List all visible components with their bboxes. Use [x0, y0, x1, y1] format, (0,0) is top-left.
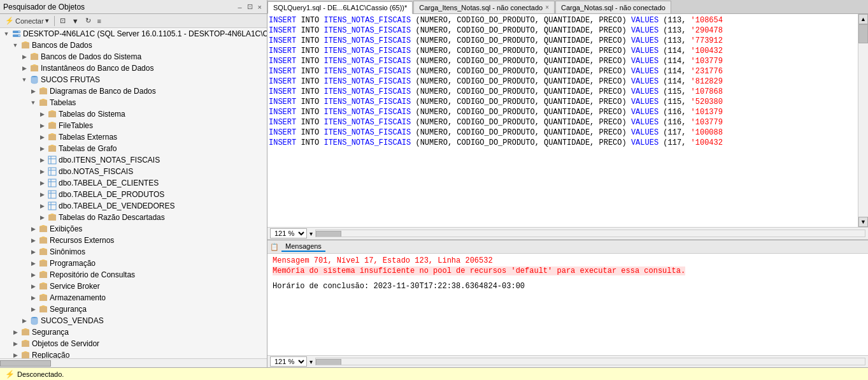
scroll-down-button[interactable]: ▼	[858, 217, 868, 227]
tree-expander-programacao[interactable]: ▶	[28, 260, 38, 267]
tree-item-seguranca2[interactable]: ▶Segurança	[0, 326, 267, 338]
scroll-thumb[interactable]	[858, 24, 868, 43]
tree-item-root[interactable]: ▼DESKTOP-4N6LA1C (SQL Server 16.0.1105.1…	[0, 28, 267, 40]
tree-expander-sucos-vendas[interactable]: ▶	[19, 318, 29, 324]
tree-expander-notas-fiscais[interactable]: ▶	[37, 168, 47, 175]
tab-close-carga-itens[interactable]: ×	[545, 4, 549, 11]
tree-item-sucos-frutas[interactable]: ▼SUCOS FRUTAS	[0, 74, 267, 85]
horizontal-scroll-thumb-code[interactable]	[316, 231, 341, 237]
pin-icon[interactable]: –	[236, 3, 243, 11]
code-line-12: INSERT INTO ITENS_NOTAS_FISCAIS (NUMERO,…	[269, 138, 857, 148]
server-icon	[11, 29, 22, 39]
tree-expander-tabelas-razao[interactable]: ▶	[37, 214, 47, 221]
tree-item-diagramas[interactable]: ▶Diagramas de Banco de Dados	[0, 85, 267, 97]
connect-button[interactable]: ⚡ Conectar ▾	[3, 15, 52, 26]
tree-expander-filetables[interactable]: ▶	[37, 122, 47, 129]
tree-expander-tab-vendedores[interactable]: ▶	[37, 203, 47, 209]
tree-item-tab-produtos[interactable]: ▶dbo.TABELA_DE_PRODUTOS	[0, 189, 267, 200]
tree-expander-tabelas-grafo[interactable]: ▶	[37, 145, 47, 152]
tree-expander-root[interactable]: ▼	[1, 31, 11, 37]
tree-expander-recursos-externos[interactable]: ▶	[28, 237, 38, 244]
keyword-insert: INSERT	[269, 138, 296, 148]
tree-item-exibicoes[interactable]: ▶Exibições	[0, 223, 267, 235]
tree-item-tabelas-razao[interactable]: ▶Tabelas do Razão Descartadas	[0, 212, 267, 223]
refresh-button[interactable]: ↻	[83, 15, 94, 26]
left-horizontal-scrollbar[interactable]	[0, 358, 267, 367]
tree-item-instantaneos[interactable]: ▶Instantâneos do Banco de Dados	[0, 62, 267, 74]
tree-expander-bancos-sistema[interactable]: ▶	[19, 54, 29, 60]
tree-expander-tabelas-externas[interactable]: ▶	[37, 134, 47, 140]
tree-item-repositorio[interactable]: ▶Repositório de Consultas	[0, 269, 267, 281]
close-panel-icon[interactable]: ×	[256, 3, 264, 11]
table-icon	[47, 155, 57, 165]
keyword-into: INTO	[296, 107, 324, 117]
code-area[interactable]: INSERT INTO ITENS_NOTAS_FISCAIS (NUMERO,…	[267, 14, 858, 227]
disconnect-button[interactable]: ⊡	[57, 15, 68, 26]
tree-item-tab-vendedores[interactable]: ▶dbo.TABELA_DE_VENDEDORES	[0, 200, 267, 212]
tree-expander-repositorio[interactable]: ▶	[28, 272, 38, 278]
tab-carga-notas[interactable]: Carga_Notas.sql - não conectado	[555, 1, 671, 13]
tree-expander-service-broker[interactable]: ▶	[28, 283, 38, 289]
tree-expander-sinonimos[interactable]: ▶	[28, 249, 38, 255]
tree-expander-bancos[interactable]: ▼	[10, 42, 20, 48]
tree-item-seguranca[interactable]: ▶Segurança	[0, 303, 267, 315]
left-scroll-thumb[interactable]	[0, 360, 51, 367]
tree-expander-objetos-servidor[interactable]: ▶	[10, 340, 20, 347]
code-values-open: (113,	[658, 26, 690, 36]
tree-item-itens-notas[interactable]: ▶dbo.ITENS_NOTAS_FISCAIS	[0, 154, 267, 166]
options-button[interactable]: ≡	[95, 16, 104, 26]
tree-item-tabelas-sistema[interactable]: ▶Tabelas do Sistema	[0, 108, 267, 120]
float-icon[interactable]: ⊡	[245, 2, 255, 11]
horizontal-scroll-thumb-messages[interactable]	[316, 359, 341, 365]
tree-item-service-broker[interactable]: ▶Service Broker	[0, 281, 267, 292]
tree-expander-tabelas[interactable]: ▼	[28, 99, 38, 106]
tree-item-tab-clientes[interactable]: ▶dbo.TABELA_DE_CLIENTES	[0, 177, 267, 189]
tree-item-recursos-externos[interactable]: ▶Recursos Externos	[0, 235, 267, 246]
tree-container[interactable]: ▼DESKTOP-4N6LA1C (SQL Server 16.0.1105.1…	[0, 28, 267, 358]
tree-item-tabelas[interactable]: ▼Tabelas	[0, 97, 267, 108]
tree-expander-seguranca[interactable]: ▶	[28, 306, 38, 312]
connect-dropdown-icon[interactable]: ▾	[45, 17, 49, 25]
zoom-select[interactable]: 50 %75 %100 %121 %150 %200 %	[270, 228, 307, 238]
messages-content[interactable]: Mensagem 701, Nível 17, Estado 123, Linh…	[267, 254, 868, 355]
keyword-insert: INSERT	[269, 15, 296, 26]
tree-label-replicacao: Replicação	[32, 351, 69, 358]
keyword-into: INTO	[296, 77, 324, 87]
tree-expander-tabelas-sistema[interactable]: ▶	[37, 111, 47, 117]
tree-item-tabelas-externas[interactable]: ▶Tabelas Externas	[0, 131, 267, 143]
horizontal-scrollbar-messages[interactable]	[315, 358, 865, 365]
tree-item-programacao[interactable]: ▶Programação	[0, 258, 267, 269]
tree-item-sinonimos[interactable]: ▶Sinônimos	[0, 246, 267, 258]
tree-expander-replicacao[interactable]: ▶	[10, 352, 20, 358]
tree-item-notas-fiscais[interactable]: ▶dbo.NOTAS_FISCAIS	[0, 166, 267, 177]
tree-item-objetos-servidor[interactable]: ▶Objetos de Servidor	[0, 338, 267, 349]
vertical-scrollbar[interactable]: ▲ ▼	[858, 14, 868, 227]
scroll-up-button[interactable]: ▲	[858, 14, 868, 24]
tree-expander-instantaneos[interactable]: ▶	[19, 65, 29, 71]
tree-expander-seguranca2[interactable]: ▶	[10, 329, 20, 335]
tab-query1[interactable]: SQLQuery1.sql - DE...6LA1C\Cassio (65))*	[267, 1, 413, 14]
folder-icon	[38, 258, 48, 268]
messages-tab[interactable]: Mensagens	[281, 242, 325, 252]
tree-expander-exibicoes[interactable]: ▶	[28, 226, 38, 232]
filter-button[interactable]: ▼	[69, 16, 82, 26]
zoom-dropdown-icon[interactable]: ▾	[309, 230, 313, 237]
tree-expander-tab-clientes[interactable]: ▶	[37, 180, 47, 186]
tree-item-sucos-vendas[interactable]: ▶SUCOS_VENDAS	[0, 315, 267, 326]
tree-item-replicacao[interactable]: ▶Replicação	[0, 349, 267, 358]
tree-item-bancos[interactable]: ▼Bancos de Dados	[0, 40, 267, 51]
tree-item-armazenamento[interactable]: ▶Armazenamento	[0, 292, 267, 303]
tab-carga-itens[interactable]: Carga_Itens_Notas.sql - não conectado×	[413, 1, 555, 13]
tree-item-tabelas-grafo[interactable]: ▶Tabelas de Grafo	[0, 143, 267, 154]
tree-expander-sucos-frutas[interactable]: ▼	[19, 77, 29, 83]
tree-item-filetables[interactable]: ▶FileTables	[0, 120, 267, 131]
tree-expander-itens-notas[interactable]: ▶	[37, 157, 47, 163]
folder-icon	[38, 224, 48, 234]
tree-expander-diagramas[interactable]: ▶	[28, 88, 38, 94]
tree-expander-armazenamento[interactable]: ▶	[28, 295, 38, 301]
zoom-select-messages[interactable]: 50 %75 %100 %121 %150 %200 %	[270, 356, 307, 367]
horizontal-scrollbar-code[interactable]	[315, 230, 865, 237]
zoom-dropdown-icon-2[interactable]: ▾	[309, 358, 313, 365]
tree-item-bancos-sistema[interactable]: ▶Bancos de Dados do Sistema	[0, 51, 267, 62]
tree-expander-tab-produtos[interactable]: ▶	[37, 191, 47, 198]
